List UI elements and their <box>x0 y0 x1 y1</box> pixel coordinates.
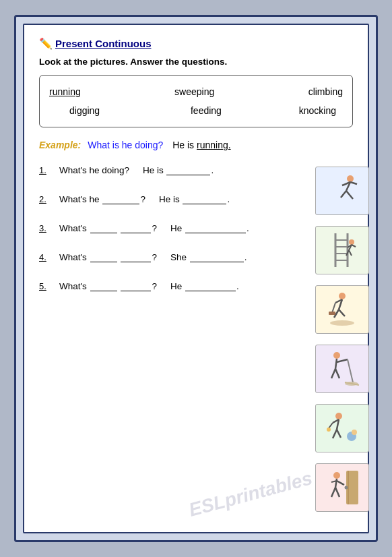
q5-blank2 <box>121 291 151 291</box>
page-title: Present Continuous <box>55 38 152 49</box>
q3-blank2 <box>121 233 151 233</box>
word-box-row1: running sweeping climbing <box>49 82 343 101</box>
svg-line-37 <box>337 430 341 438</box>
q2-text: What's he ? <box>59 194 145 204</box>
watermark: ESLprintables <box>187 467 315 521</box>
q3-blank1 <box>90 233 117 233</box>
svg-line-31 <box>348 359 353 382</box>
svg-point-44 <box>345 486 348 490</box>
svg-line-15 <box>349 250 352 256</box>
instructions: Look at the pictures. Answer the questio… <box>39 57 353 67</box>
question-2-row: 2. What's he ? He is . <box>39 194 292 204</box>
svg-point-0 <box>347 175 354 182</box>
image-column <box>315 167 369 512</box>
q1-answer: He is . <box>143 165 292 175</box>
q5-blank1 <box>90 291 117 291</box>
image-feeding <box>315 404 369 452</box>
svg-line-17 <box>352 245 356 247</box>
svg-point-25 <box>330 320 354 326</box>
svg-line-30 <box>337 359 348 362</box>
svg-line-29 <box>335 369 339 378</box>
svg-line-47 <box>335 479 337 488</box>
q1-answer-blank <box>166 175 210 175</box>
image-climbing <box>315 226 369 274</box>
example-row: Example: What is he doing? He is running… <box>39 140 292 150</box>
question-1-row: 1. What's he doing? He is . <box>39 165 292 175</box>
svg-line-3 <box>346 191 353 199</box>
q3-answer: He . <box>170 223 292 233</box>
svg-line-48 <box>331 488 335 497</box>
word-feeding: feeding <box>191 101 222 120</box>
image-knocking <box>315 463 369 512</box>
word-climbing: climbing <box>308 82 343 101</box>
q5-answer: He . <box>170 281 292 291</box>
q5-text: What's ? <box>59 281 157 291</box>
q4-answer-blank <box>190 262 244 262</box>
q2-number: 2. <box>39 194 54 204</box>
svg-line-50 <box>337 481 344 485</box>
svg-point-46 <box>333 472 340 479</box>
word-sweeping: sweeping <box>174 82 214 101</box>
q4-blank2 <box>121 262 151 262</box>
q5-number: 5. <box>39 281 54 291</box>
q2-answer: He is . <box>159 194 292 204</box>
q1-number: 1. <box>39 165 54 175</box>
word-digging: digging <box>69 101 100 120</box>
q2-answer-blank <box>183 204 226 204</box>
q2-blank <box>102 204 139 204</box>
question-4-row: 4. What's ? She . <box>39 252 292 262</box>
question-3-row: 3. What's ? He . <box>39 223 292 233</box>
q4-answer: She . <box>170 252 292 262</box>
svg-line-5 <box>350 182 357 184</box>
word-box: running sweeping climbing digging feedin… <box>39 75 353 127</box>
word-knocking: knocking <box>299 101 336 120</box>
question-5-row: 5. What's ? He . <box>39 281 292 291</box>
q4-text: What's ? <box>59 252 157 262</box>
title-row: ✏️ Present Continuous <box>39 37 353 50</box>
q1-text: What's he doing? <box>59 165 129 175</box>
svg-rect-45 <box>348 471 349 504</box>
example-answer: He is running. <box>170 140 230 150</box>
image-sweeping <box>315 345 369 393</box>
word-box-row2: digging feeding knocking <box>49 101 343 120</box>
page-inner: ✏️ Present Continuous Look at the pictur… <box>23 24 369 533</box>
svg-point-34 <box>335 413 342 419</box>
example-question: What is he doing? <box>88 140 163 150</box>
svg-line-36 <box>333 430 337 438</box>
q4-blank1 <box>90 262 117 262</box>
svg-line-39 <box>329 423 333 428</box>
svg-point-12 <box>349 239 354 245</box>
q3-answer-blank <box>185 233 246 233</box>
svg-point-42 <box>352 430 357 435</box>
questions-area: Example: What is he doing? He is running… <box>39 140 353 291</box>
image-digging <box>315 285 369 334</box>
example-label: Example: <box>39 140 81 150</box>
svg-line-2 <box>341 191 346 198</box>
q4-number: 4. <box>39 252 54 262</box>
svg-line-27 <box>335 359 337 369</box>
pencil-icon: ✏️ <box>39 37 53 50</box>
svg-line-28 <box>331 369 335 378</box>
svg-line-21 <box>339 310 345 316</box>
word-running: running <box>49 82 81 101</box>
svg-line-49 <box>335 488 339 497</box>
svg-point-26 <box>333 352 340 359</box>
q5-answer-blank <box>185 291 236 291</box>
svg-point-40 <box>327 428 331 432</box>
example-answer-word: running. <box>197 140 231 150</box>
svg-point-18 <box>339 293 346 299</box>
q3-number: 3. <box>39 223 54 233</box>
svg-line-23 <box>332 303 335 313</box>
page-outer: ✏️ Present Continuous Look at the pictur… <box>14 15 378 542</box>
q3-text: What's ? <box>59 223 157 233</box>
image-running <box>315 167 369 215</box>
svg-rect-24 <box>329 312 335 315</box>
